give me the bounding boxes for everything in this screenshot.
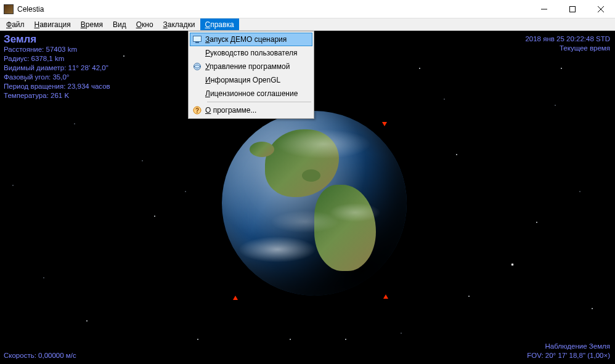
svg-rect-5 — [195, 42, 199, 43]
menu-time[interactable]: Время — [76, 18, 108, 30]
help-controls[interactable]: Управление программой — [190, 60, 312, 73]
hud-speed: Скорость: 0,00000 м/с — [4, 351, 76, 360]
viewport-3d[interactable]: Земля Расстояние: 57403 km Радиус: 6378,… — [0, 31, 615, 364]
help-controls-label: Управление программой — [204, 62, 312, 71]
menubar: Файл Навигация Время Вид Окно Закладки С… — [0, 18, 615, 31]
hud-temperature: Температура: 261 K — [4, 91, 110, 100]
selection-marker — [233, 296, 238, 300]
hud-time-mode: Текущее время — [525, 44, 610, 53]
menu-view[interactable]: Вид — [108, 18, 131, 30]
window-maximize-button[interactable] — [558, 0, 587, 18]
selection-marker — [382, 122, 387, 126]
help-about[interactable]: ? О программе... — [190, 103, 312, 117]
svg-text:?: ? — [195, 107, 199, 114]
help-license-label: Лицензионное соглашение — [204, 89, 312, 98]
help-license[interactable]: Лицензионное соглашение — [190, 87, 312, 100]
hud-speed-info: Скорость: 0,00000 м/с — [4, 351, 76, 360]
monitor-icon — [190, 36, 204, 43]
window-titlebar: Celestia — [0, 0, 615, 18]
help-opengl-info[interactable]: Информация OpenGL — [190, 73, 312, 87]
menu-help[interactable]: Справка — [200, 18, 239, 30]
hud-radius: Радиус: 6378,1 km — [4, 54, 110, 63]
selection-marker — [383, 294, 388, 299]
svg-rect-1 — [570, 6, 576, 12]
help-icon: ? — [190, 106, 204, 115]
hud-target-info: Земля Расстояние: 57403 km Радиус: 6378,… — [4, 34, 110, 100]
help-menu-dropdown: Запуск ДЕМО сценария Руководство пользов… — [188, 31, 314, 119]
hud-datetime: 2018 янв 25 20:22:48 STD — [525, 34, 610, 44]
hud-phase-angle: Фазовый угол: 35,0° — [4, 73, 110, 82]
help-user-guide[interactable]: Руководство пользователя — [190, 46, 312, 60]
hud-follow-info: Наблюдение Земля FOV: 20° 17' 18,8" (1,0… — [527, 342, 610, 360]
app-icon — [4, 4, 14, 14]
help-run-demo[interactable]: Запуск ДЕМО сценария — [190, 33, 312, 46]
menu-file[interactable]: Файл — [1, 18, 30, 30]
menu-separator — [207, 102, 311, 102]
hud-rotation-period: Период вращения: 23,934 часов — [4, 82, 110, 91]
svg-rect-4 — [193, 36, 202, 42]
menu-bookmarks[interactable]: Закладки — [158, 18, 200, 30]
hud-time-info: 2018 янв 25 20:22:48 STD Текущее время — [525, 34, 610, 53]
hud-fov: FOV: 20° 17' 18,8" (1,00×) — [527, 351, 610, 360]
help-about-label: О программе... — [204, 106, 312, 115]
page-icon — [190, 62, 204, 71]
window-close-button[interactable] — [587, 0, 615, 18]
help-user-guide-label: Руководство пользователя — [204, 49, 312, 57]
help-run-demo-label: Запуск ДЕМО сценария — [204, 35, 312, 44]
hud-following: Наблюдение Земля — [527, 342, 610, 351]
help-opengl-info-label: Информация OpenGL — [204, 76, 312, 84]
hud-target-name: Земля — [4, 34, 110, 44]
window-minimize-button[interactable] — [530, 0, 558, 18]
hud-apparent-diameter: Видимый диаметр: 11° 28' 42,0" — [4, 63, 110, 73]
window-title: Celestia — [17, 5, 530, 14]
planet-earth — [222, 111, 407, 296]
svg-point-6 — [194, 63, 201, 70]
menu-navigation[interactable]: Навигация — [30, 18, 76, 30]
hud-distance: Расстояние: 57403 km — [4, 45, 110, 54]
menu-window[interactable]: Окно — [131, 18, 158, 30]
